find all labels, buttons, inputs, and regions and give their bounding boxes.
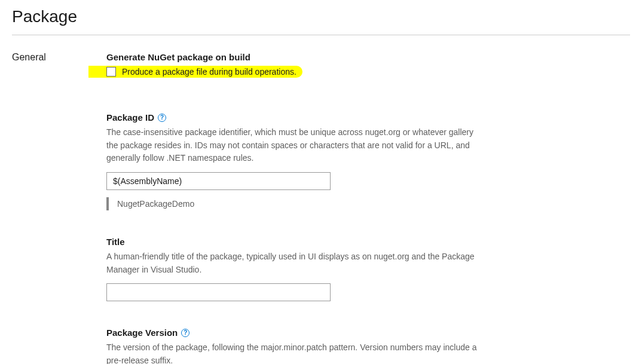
title-label-text: Title bbox=[106, 237, 125, 247]
settings-column: Generate NuGet package on build Produce … bbox=[106, 52, 501, 364]
divider bbox=[12, 35, 630, 35]
package-id-group: Package ID ? The case-insensitive packag… bbox=[106, 112, 501, 210]
package-id-resolved-row: NugetPackageDemo bbox=[106, 197, 501, 210]
generate-nuget-group: Generate NuGet package on build Produce … bbox=[106, 52, 501, 82]
package-version-label: Package Version ? bbox=[106, 328, 501, 338]
produce-package-checkbox-label: Produce a package file during build oper… bbox=[122, 67, 296, 77]
package-id-label-text: Package ID bbox=[106, 112, 154, 123]
package-id-resolved-value: NugetPackageDemo bbox=[117, 199, 194, 209]
help-icon[interactable]: ? bbox=[181, 329, 189, 337]
package-id-input[interactable] bbox=[106, 172, 331, 190]
general-section: General Generate NuGet package on build … bbox=[12, 52, 630, 364]
title-group: Title A human-friendly title of the pack… bbox=[106, 237, 501, 301]
section-label: General bbox=[12, 52, 106, 63]
generate-nuget-label: Generate NuGet package on build bbox=[106, 52, 501, 62]
package-id-label: Package ID ? bbox=[106, 112, 501, 123]
page-title: Package bbox=[12, 7, 630, 26]
title-description: A human-friendly title of the package, t… bbox=[106, 250, 483, 276]
package-id-description: The case-insensitive package identifier,… bbox=[106, 126, 483, 165]
highlight-marker: Produce a package file during build oper… bbox=[92, 66, 302, 78]
title-input[interactable] bbox=[106, 283, 331, 301]
package-version-description: The version of the package, following th… bbox=[106, 341, 483, 364]
package-version-label-text: Package Version bbox=[106, 328, 178, 338]
produce-package-checkbox[interactable] bbox=[106, 67, 116, 77]
package-version-group: Package Version ? The version of the pac… bbox=[106, 328, 501, 364]
help-icon[interactable]: ? bbox=[158, 114, 166, 122]
resolved-indicator-bar bbox=[106, 197, 109, 210]
title-label: Title bbox=[106, 237, 501, 247]
